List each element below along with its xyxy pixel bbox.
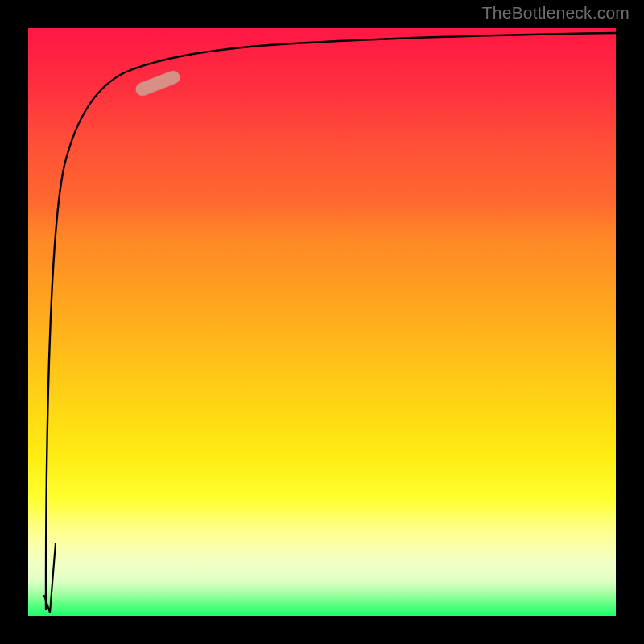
chart-curve-path [46,33,616,609]
chart-curve-svg [28,28,616,616]
watermark-text: TheBottleneck.com [482,3,630,23]
chart-plot-area [28,28,616,616]
